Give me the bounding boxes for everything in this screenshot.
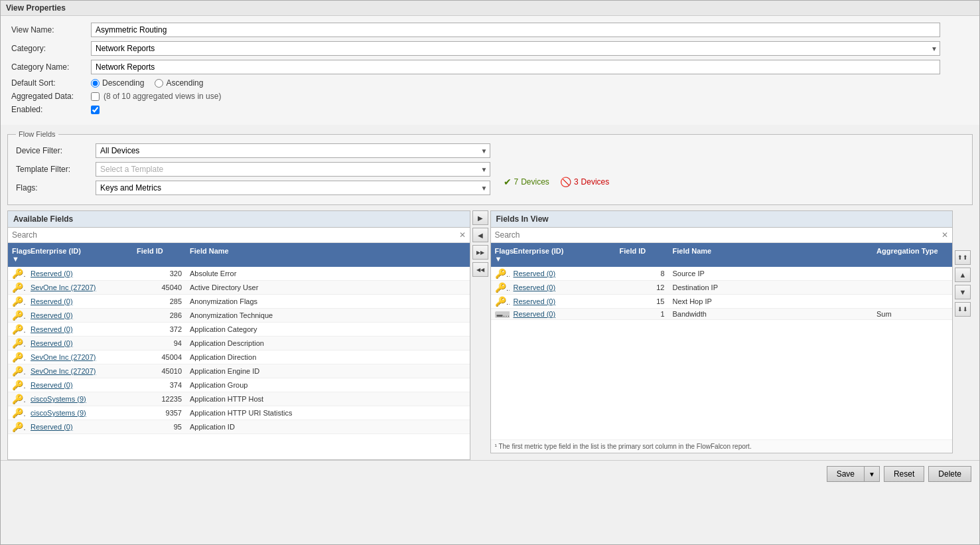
device-filter-wrap: All Devices ▼ xyxy=(96,143,490,158)
template-filter-wrap: Select a Template ▼ xyxy=(96,162,490,177)
view-name-input[interactable] xyxy=(91,23,940,37)
enterprise-cell[interactable]: ciscoSystems (9) xyxy=(27,408,133,418)
delete-button[interactable]: Delete xyxy=(928,466,971,482)
table-row[interactable]: 🔑 Reserved (0) 95 Application ID xyxy=(8,420,470,434)
move-up-button[interactable]: ▲ xyxy=(955,268,971,282)
panels-row: Available Fields ✕ Flags ▼ Enterprise (I… xyxy=(1,210,979,460)
remove-one-button[interactable]: ◀ xyxy=(472,228,488,242)
enterprise-cell[interactable]: SevOne Inc (27207) xyxy=(27,352,133,362)
fieldid-cell: 45010 xyxy=(133,366,186,376)
available-search-input[interactable] xyxy=(8,228,455,242)
table-row[interactable]: 🔑 Reserved (0) 15 Next Hop IP xyxy=(491,295,953,309)
table-row[interactable]: 🔑 Reserved (0) 374 Application Group xyxy=(8,378,470,392)
category-name-input[interactable] xyxy=(91,60,940,74)
device-err-label: Devices xyxy=(581,177,610,187)
move-down-button[interactable]: ▼ xyxy=(955,285,971,299)
move-bottom-button[interactable]: ⬇⬇ xyxy=(955,302,971,317)
descending-label: Descending xyxy=(102,78,144,88)
reset-button[interactable]: Reset xyxy=(884,466,924,482)
table-row[interactable]: 🔑 Reserved (0) 286 Anonymization Techniq… xyxy=(8,309,470,323)
flag-cell: 🔑 xyxy=(8,420,27,433)
table-row[interactable]: 🔑 Reserved (0) 372 Application Category xyxy=(8,323,470,337)
ascending-radio-label[interactable]: Ascending xyxy=(155,78,203,88)
table-row[interactable]: 🔑 Reserved (0) 94 Application Descriptio… xyxy=(8,337,470,350)
fieldid-cell: 8 xyxy=(616,268,669,279)
move-top-button[interactable]: ⬆⬆ xyxy=(955,250,971,265)
enterprise-cell[interactable]: Reserved (0) xyxy=(27,324,133,335)
flag-cell: 🔑 xyxy=(8,406,27,420)
key-icon: 🔑 xyxy=(12,394,27,404)
view-search-input[interactable] xyxy=(491,228,938,242)
table-row[interactable]: 🔑 SevOne Inc (27207) 45010 Application E… xyxy=(8,364,470,378)
remove-all-button[interactable]: ◀◀ xyxy=(472,262,488,277)
enterprise-cell[interactable]: Reserved (0) xyxy=(510,309,616,319)
table-row[interactable]: 🔑 Reserved (0) 285 Anonymization Flags xyxy=(8,295,470,309)
fieldid-cell: 15 xyxy=(616,296,669,307)
enterprise-cell[interactable]: Reserved (0) xyxy=(27,268,133,279)
fieldname-cell: Application Engine ID xyxy=(186,366,470,376)
available-search-clear[interactable]: ✕ xyxy=(455,229,470,241)
enterprise-cell[interactable]: Reserved (0) xyxy=(27,310,133,321)
flags-wrap: Keys and Metrics ▼ xyxy=(96,181,490,195)
view-col-enterprise: Enterprise (ID) xyxy=(510,245,616,265)
key-icon: 🔑 xyxy=(12,422,27,432)
save-button[interactable]: Save xyxy=(827,466,864,482)
aggregated-data-note: (8 of 10 aggregated views in use) xyxy=(104,92,221,101)
flag-cell: ▬▬▬ xyxy=(491,309,510,319)
enterprise-cell[interactable]: ciscoSystems (9) xyxy=(27,394,133,404)
template-filter-label: Template Filter: xyxy=(16,165,96,174)
table-row[interactable]: 🔑 ciscoSystems (9) 9357 Application HTTP… xyxy=(8,406,470,420)
fieldid-cell: 285 xyxy=(133,296,186,307)
template-filter-select[interactable]: Select a Template xyxy=(96,162,490,177)
table-row[interactable]: 🔑 Reserved (0) 320 Absolute Error xyxy=(8,267,470,281)
view-col-fieldname: Field Name xyxy=(669,245,873,265)
enterprise-cell[interactable]: Reserved (0) xyxy=(27,380,133,390)
enterprise-cell[interactable]: Reserved (0) xyxy=(27,338,133,349)
available-col-fieldid: Field ID xyxy=(133,245,186,265)
enterprise-cell[interactable]: Reserved (0) xyxy=(27,296,133,307)
flag-cell: 🔑 xyxy=(8,267,27,280)
view-col-aggregation: Aggregation Type xyxy=(873,245,952,265)
enterprise-cell[interactable]: Reserved (0) xyxy=(510,296,616,307)
table-row[interactable]: 🔑 Reserved (0) 8 Source IP xyxy=(491,267,953,281)
descending-radio-label[interactable]: Descending xyxy=(91,78,144,88)
enterprise-cell[interactable]: SevOne Inc (27207) xyxy=(27,366,133,376)
fieldid-cell: 286 xyxy=(133,310,186,321)
add-all-button[interactable]: ▶▶ xyxy=(472,245,488,260)
enterprise-cell[interactable]: Reserved (0) xyxy=(27,422,133,432)
view-footnote: ¹ The first metric type field in the lis… xyxy=(491,439,953,453)
device-ok-label: Devices xyxy=(521,177,549,187)
category-select[interactable]: Network Reports xyxy=(91,41,940,56)
view-col-flags[interactable]: Flags ▼ xyxy=(491,245,510,265)
flags-select[interactable]: Keys and Metrics xyxy=(96,181,490,195)
table-row[interactable]: 🔑 SevOne Inc (27207) 45040 Active Direct… xyxy=(8,281,470,295)
fieldname-cell: Source IP xyxy=(669,268,873,279)
enterprise-cell[interactable]: SevOne Inc (27207) xyxy=(27,282,133,293)
ascending-radio[interactable] xyxy=(155,79,163,88)
save-dropdown-arrow[interactable]: ▼ xyxy=(864,466,880,482)
enterprise-cell[interactable]: Reserved (0) xyxy=(510,282,616,293)
available-col-flags[interactable]: Flags ▼ xyxy=(8,245,27,265)
view-search-clear[interactable]: ✕ xyxy=(938,229,952,241)
aggregated-checkbox-label[interactable]: (8 of 10 aggregated views in use) xyxy=(91,92,221,101)
descending-radio[interactable] xyxy=(91,79,100,88)
order-controls: ⬆⬆ ▲ ▼ ⬇⬇ xyxy=(953,210,973,317)
available-search-bar: ✕ xyxy=(8,228,470,243)
aggregation-cell xyxy=(873,300,952,303)
table-row[interactable]: 🔑 SevOne Inc (27207) 45004 Application D… xyxy=(8,350,470,364)
enterprise-cell[interactable]: Reserved (0) xyxy=(510,268,616,279)
enabled-checkbox[interactable] xyxy=(91,106,100,114)
fieldid-cell: 94 xyxy=(133,338,186,349)
aggregated-checkbox[interactable] xyxy=(91,92,100,101)
device-ok-count: 7 xyxy=(514,177,519,187)
add-one-button[interactable]: ▶ xyxy=(472,210,488,225)
table-row[interactable]: 🔑 Reserved (0) 12 Destination IP xyxy=(491,281,953,295)
flags-label: Flags: xyxy=(16,183,96,193)
fieldname-cell: Absolute Error xyxy=(186,268,470,279)
table-row[interactable]: 🔑 ciscoSystems (9) 12235 Application HTT… xyxy=(8,392,470,406)
key-icon: 🔑 xyxy=(495,268,510,279)
fields-in-view-panel: Fields In View ✕ Flags ▼ Enterprise (ID)… xyxy=(490,210,953,453)
table-row[interactable]: ▬▬▬ Reserved (0) 1 Bandwidth Sum xyxy=(491,309,953,320)
error-icon: 🚫 xyxy=(560,177,571,187)
device-filter-select[interactable]: All Devices xyxy=(96,143,490,158)
